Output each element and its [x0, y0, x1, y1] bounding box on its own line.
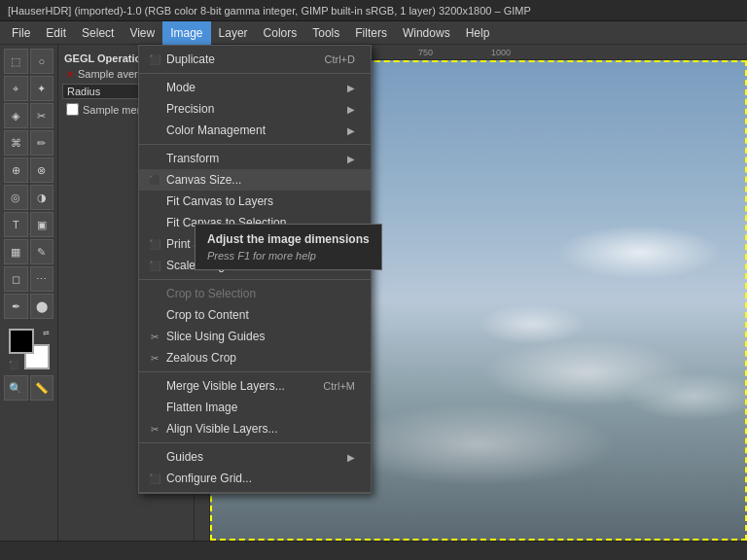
menu-windows[interactable]: Windows [395, 21, 458, 45]
menu-item-canvas-size[interactable]: ⬛ Canvas Size... [139, 169, 371, 191]
swap-colors-icon[interactable]: ⇄ [43, 329, 50, 337]
menu-item-flatten-image[interactable]: Flatten Image [139, 397, 371, 418]
tool-zoom[interactable]: 🔍 [4, 375, 28, 401]
flatten-icon [147, 400, 162, 415]
menu-section-guides: Guides ▶ ⬛ Configure Grid... [139, 443, 371, 493]
tool-pencil[interactable]: ✎ [30, 239, 54, 264]
tool-row-9: ◻ ⋯ [4, 266, 53, 292]
menu-item-slice-guides[interactable]: ✂ Slice Using Guides [139, 326, 371, 347]
menu-colors[interactable]: Colors [256, 21, 305, 45]
menu-item-transform[interactable]: Transform ▶ [139, 148, 371, 169]
tooltip-popup: Adjust the image dimensions Press F1 for… [195, 224, 382, 270]
tool-clone[interactable]: ⊗ [30, 158, 54, 183]
tooltip-title: Adjust the image dimensions [207, 232, 370, 246]
title-text: [HauserHDR] (imported)-1.0 (RGB color 8-… [8, 5, 531, 17]
sample-merged-check[interactable] [66, 103, 79, 116]
color-management-arrow-icon: ▶ [347, 125, 355, 136]
fit-canvas-selection-icon [147, 215, 162, 230]
tool-heal[interactable]: ⊕ [4, 158, 28, 183]
color-swatches: ⬛ ⇄ [9, 329, 50, 369]
tool-free-select[interactable]: ⌖ [4, 76, 28, 101]
slice-icon: ✂ [147, 329, 162, 344]
menu-help[interactable]: Help [458, 21, 498, 45]
tool-row-1: ⬚ ○ [4, 49, 53, 74]
color-management-icon [147, 122, 162, 138]
ruler-mark-1000: 1000 [491, 48, 511, 57]
merge-visible-icon [147, 378, 162, 394]
foreground-color-swatch[interactable] [9, 329, 34, 354]
menu-bar: File Edit Select View Image Layer Colors… [0, 21, 747, 45]
menu-item-duplicate[interactable]: ⬛ Duplicate Ctrl+D [139, 49, 371, 70]
menu-section-duplicate: ⬛ Duplicate Ctrl+D [139, 46, 371, 74]
tool-eraser[interactable]: ◻ [4, 266, 28, 292]
tool-paths[interactable]: ⌘ [4, 130, 28, 156]
crop-content-icon [147, 307, 162, 323]
menu-item-color-management[interactable]: Color Management ▶ [139, 120, 371, 141]
tool-paint[interactable]: ✏ [30, 130, 54, 156]
tool-row-3: ◈ ✂ [4, 103, 53, 128]
menu-image[interactable]: Image [162, 21, 210, 45]
tool-text[interactable]: T [4, 212, 28, 237]
mode-icon [147, 80, 162, 95]
main-layout: ⬚ ○ ⌖ ✦ ◈ ✂ ⌘ ✏ ⊕ ⊗ ◎ ◑ T ▣ ▦ ✎ [0, 45, 747, 541]
menu-view[interactable]: View [122, 21, 162, 45]
tool-scissors[interactable]: ✂ [30, 103, 54, 128]
menu-filters[interactable]: Filters [347, 21, 395, 45]
zealous-crop-icon: ✂ [147, 350, 162, 366]
menu-layer[interactable]: Layer [211, 21, 256, 45]
reset-colors-icon[interactable]: ⬛ [9, 361, 18, 369]
align-icon: ✂ [147, 421, 162, 437]
tool-row-7: T ▣ [4, 212, 53, 237]
tool-row-2: ⌖ ✦ [4, 76, 53, 101]
menu-item-merge-visible[interactable]: Merge Visible Layers... Ctrl+M [139, 375, 371, 397]
menu-edit[interactable]: Edit [38, 21, 74, 45]
menu-item-align-visible[interactable]: ✂ Align Visible Layers... [139, 418, 371, 439]
menu-item-crop-to-selection: Crop to Selection [139, 283, 371, 304]
menu-item-guides[interactable]: Guides ▶ [139, 446, 371, 468]
menu-file[interactable]: File [4, 21, 38, 45]
fit-canvas-layers-icon [147, 193, 162, 209]
tool-airbrush[interactable]: ⋯ [30, 266, 54, 292]
tool-ink[interactable]: ✒ [4, 294, 28, 319]
mode-arrow-icon: ▶ [347, 83, 355, 93]
tool-fuzzy-select[interactable]: ✦ [30, 76, 54, 101]
menu-item-configure-grid[interactable]: ⬛ Configure Grid... [139, 468, 371, 489]
tool-row-extra: 🔍 📏 [4, 375, 53, 401]
scale-image-icon: ⬛ [147, 258, 162, 273]
menu-item-mode[interactable]: Mode ▶ [139, 77, 371, 98]
menu-item-crop-to-content[interactable]: Crop to Content [139, 304, 371, 326]
precision-arrow-icon: ▶ [347, 104, 355, 115]
tool-row-5: ⊕ ⊗ [4, 158, 53, 183]
tool-ellipse-select[interactable]: ○ [30, 49, 54, 74]
duplicate-icon: ⬛ [147, 52, 162, 67]
canvas-size-icon: ⬛ [147, 172, 162, 188]
menu-tools[interactable]: Tools [304, 21, 347, 45]
tool-rect-select[interactable]: ⬚ [4, 49, 28, 74]
tool-blur[interactable]: ◎ [4, 185, 28, 210]
tool-row-8: ▦ ✎ [4, 239, 53, 264]
menu-item-precision[interactable]: Precision ▶ [139, 98, 371, 120]
menu-section-merge: Merge Visible Layers... Ctrl+M Flatten I… [139, 372, 371, 443]
transform-icon [147, 151, 162, 166]
precision-icon [147, 101, 162, 117]
menu-select[interactable]: Select [74, 21, 122, 45]
guides-icon [147, 449, 162, 465]
guides-arrow-icon: ▶ [347, 452, 355, 463]
tool-blend[interactable]: ▦ [4, 239, 28, 264]
tool-dodge-burn[interactable]: ◑ [30, 185, 54, 210]
transform-arrow-icon: ▶ [347, 154, 355, 164]
menu-section-mode: Mode ▶ Precision ▶ Color Management ▶ [139, 74, 371, 145]
title-bar: [HauserHDR] (imported)-1.0 (RGB color 8-… [0, 0, 747, 21]
menu-item-fit-canvas-layers[interactable]: Fit Canvas to Layers [139, 191, 371, 212]
configure-grid-icon: ⬛ [147, 471, 162, 486]
crop-selection-icon [147, 286, 162, 301]
tool-measure[interactable]: 📏 [30, 375, 54, 401]
tool-select-by-color[interactable]: ◈ [4, 103, 28, 128]
tool-row-10: ✒ ⬤ [4, 294, 53, 319]
menu-item-zealous-crop[interactable]: ✂ Zealous Crop [139, 347, 371, 368]
tool-bucket-fill[interactable]: ▣ [30, 212, 54, 237]
tool-row-6: ◎ ◑ [4, 185, 53, 210]
status-bar [0, 541, 747, 560]
menu-section-crop: Crop to Selection Crop to Content ✂ Slic… [139, 280, 371, 372]
tool-mypaint[interactable]: ⬤ [30, 294, 54, 319]
